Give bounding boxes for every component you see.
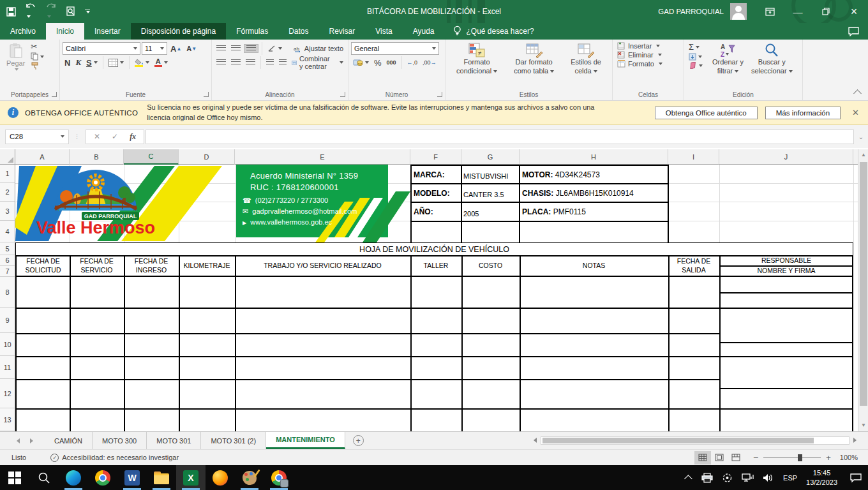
format-cells-button[interactable]: Formato [615, 59, 681, 68]
warning-close-icon[interactable]: ✕ [852, 108, 859, 117]
scroll-down-icon[interactable]: ▼ [858, 420, 868, 431]
header-responsable[interactable]: RESPONSABLE [719, 256, 853, 265]
orientation-icon[interactable] [266, 44, 284, 53]
number-format-select[interactable]: General [351, 42, 439, 55]
decrease-indent-icon[interactable] [264, 59, 276, 66]
row-header-1[interactable]: 1 [0, 165, 15, 183]
decrease-decimal-icon[interactable]: ,00→ [421, 59, 438, 66]
insert-function-icon[interactable]: fx [130, 132, 136, 142]
cell-motor[interactable]: MOTOR: 4D34K24573 [522, 166, 666, 183]
printer-icon[interactable] [701, 473, 713, 483]
font-size-select[interactable]: 11 [142, 42, 167, 55]
font-name-select[interactable]: Calibri [63, 42, 140, 55]
italic-button[interactable]: K [73, 57, 83, 68]
language-indicator[interactable]: ESP [783, 474, 797, 482]
vertical-scrollbar[interactable]: ▲ ▼ [858, 149, 868, 431]
clear-icon[interactable] [687, 61, 705, 70]
tab-inicio[interactable]: Inicio [46, 23, 84, 40]
normal-view-icon[interactable] [694, 451, 711, 464]
hscroll-left-icon[interactable] [534, 438, 537, 443]
taskbar-edge[interactable] [59, 465, 88, 490]
cell-styles-button[interactable]: Estilos de celda [567, 41, 605, 89]
align-right-icon[interactable] [244, 59, 257, 66]
row-header-5[interactable]: 5 [0, 242, 15, 255]
delete-cells-button[interactable]: Eliminar [615, 50, 681, 59]
row-header-3[interactable]: 3 [0, 202, 15, 221]
increase-font-icon[interactable]: A▲ [168, 43, 183, 54]
format-painter-icon[interactable] [29, 61, 46, 71]
increase-decimal-icon[interactable]: ←,0 [405, 59, 420, 66]
font-color-icon[interactable]: A [153, 57, 170, 68]
column-header-b[interactable]: B [70, 149, 124, 165]
zoom-out-icon[interactable]: − [753, 452, 758, 463]
vertical-scroll-thumb[interactable] [860, 162, 867, 406]
header-notas[interactable]: NOTAS [520, 256, 668, 276]
row-header-7[interactable]: 7 [0, 266, 15, 277]
percent-style-icon[interactable]: % [372, 57, 384, 68]
header-fecha-salida[interactable]: FECHA DESALIDA [668, 256, 719, 276]
hscroll-right-icon[interactable] [853, 438, 857, 443]
conditional-formatting-button[interactable]: ≠ Formato condicional [453, 41, 501, 89]
header-nombre-firma[interactable]: NOMBRE Y FIRMA [719, 267, 853, 276]
cell-placa[interactable]: PLACA: PMF0115 [522, 203, 666, 221]
insert-cells-button[interactable]: Insertar [615, 41, 681, 50]
formula-bar-expand-icon[interactable]: ⌄ [854, 133, 868, 140]
align-middle-icon[interactable] [229, 45, 243, 52]
tray-expand-icon[interactable] [684, 475, 692, 483]
clipboard-dialog-launcher[interactable] [52, 92, 57, 97]
sheet-nav-left-icon[interactable] [17, 438, 20, 443]
column-header-d[interactable]: D [179, 149, 235, 165]
header-trabajo[interactable]: TRABAJO Y/O SERVICIO REALIZADO [235, 256, 410, 276]
sheet-tab-camion[interactable]: CAMIÓN [45, 432, 93, 449]
column-header-a[interactable]: A [15, 149, 70, 165]
autosum-icon[interactable]: Σ [687, 41, 705, 52]
horizontal-scroll-thumb[interactable] [542, 438, 814, 443]
comma-style-icon[interactable]: 000 [385, 59, 398, 66]
column-header-e[interactable]: E [235, 149, 410, 165]
account-avatar[interactable] [730, 3, 747, 20]
account-name[interactable]: GAD PARROQUIAL [658, 8, 724, 15]
start-button[interactable] [0, 465, 29, 490]
borders-icon[interactable] [107, 58, 126, 68]
header-costo[interactable]: COSTO [461, 256, 520, 276]
column-header-c[interactable]: C [124, 149, 179, 165]
taskbar-chrome-profile[interactable] [264, 465, 294, 490]
sheet-nav-right-icon[interactable] [30, 438, 33, 443]
column-header-j[interactable]: J [719, 149, 853, 165]
align-left-icon[interactable] [214, 59, 228, 66]
wrap-text-button[interactable]: abAjustar texto [292, 44, 345, 53]
taskbar-search-button[interactable] [29, 465, 59, 490]
row-header-10[interactable]: 10 [0, 333, 15, 356]
worksheet-grid[interactable]: A B C D E F G H I J 1 2 3 4 5 6 7 8 9 10… [0, 148, 868, 431]
tab-disposicion[interactable]: Disposición de página [131, 23, 226, 40]
find-select-button[interactable]: Buscar y seleccionar [747, 41, 797, 89]
column-header-h[interactable]: H [520, 149, 668, 165]
sort-filter-button[interactable]: AZ Ordenar y filtrar [708, 41, 747, 89]
tab-insertar[interactable]: Insertar [84, 23, 131, 40]
copy-icon[interactable] [29, 52, 46, 61]
sheet-tab-moto301-2[interactable]: MOTO 301 (2) [201, 432, 266, 449]
column-header-f[interactable]: F [410, 149, 461, 165]
bold-button[interactable]: N [63, 57, 72, 68]
page-layout-view-icon[interactable] [711, 451, 728, 464]
cell-modelo-value[interactable]: CANTER 3.5 [463, 188, 518, 202]
sheet-tab-mantenimiento[interactable]: MANTENIMIENTO [266, 432, 345, 449]
minimize-button[interactable]: — [784, 0, 812, 23]
format-as-table-button[interactable]: Dar formato como tabla [510, 41, 558, 89]
header-fecha-servicio[interactable]: FECHA DESERVICIO [70, 256, 124, 276]
row-header-9[interactable]: 9 [0, 308, 15, 333]
cell-modelo-label[interactable]: MODELO: [414, 184, 460, 202]
fill-color-icon[interactable] [133, 58, 151, 68]
add-sheet-icon[interactable]: + [353, 435, 364, 446]
taskbar-clock[interactable]: 15:4513/2/2023 [806, 468, 837, 487]
row-header-6[interactable]: 6 [0, 255, 15, 266]
underline-button[interactable]: S [84, 57, 100, 68]
page-break-view-icon[interactable] [728, 451, 744, 464]
row-header-13[interactable]: 13 [0, 408, 15, 431]
collapse-ribbon-icon[interactable] [853, 89, 862, 98]
enter-icon[interactable]: ✓ [112, 132, 118, 141]
column-header-i[interactable]: I [668, 149, 719, 165]
cut-icon[interactable]: ✂ [29, 41, 46, 52]
tab-vista[interactable]: Vista [365, 23, 402, 40]
number-dialog-launcher[interactable] [437, 92, 442, 97]
